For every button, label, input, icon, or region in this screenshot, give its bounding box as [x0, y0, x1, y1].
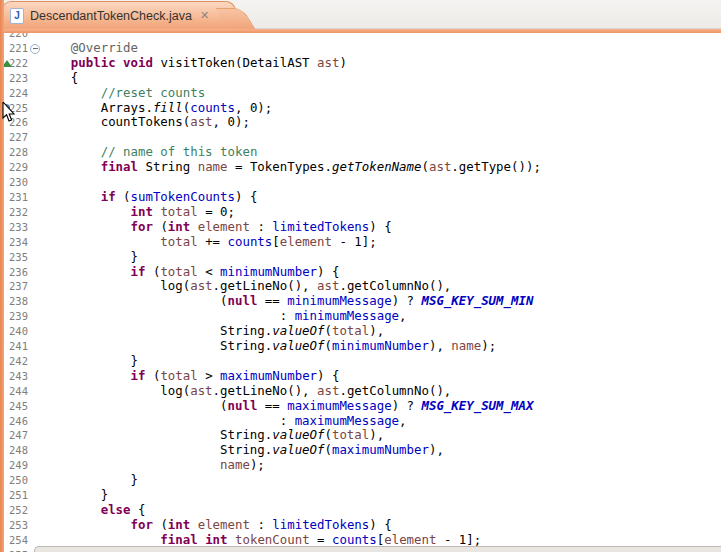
code-line: 240 String.valueOf(total),: [0, 324, 721, 339]
line-number[interactable]: 238: [0, 294, 28, 309]
line-number[interactable]: 251: [0, 488, 28, 503]
line-number[interactable]: 235: [0, 250, 28, 265]
fold-column: [28, 294, 41, 309]
code-line: 228 // name of this token: [0, 145, 721, 160]
horizontal-scrollbar[interactable]: [34, 546, 721, 552]
code-line: 224 //reset counts: [0, 86, 721, 101]
code-text: }: [41, 354, 138, 369]
active-tab-underline: [0, 29, 721, 33]
code-text: log(ast.getLineNo(), ast.getColumnNo(),: [41, 384, 451, 399]
line-number[interactable]: 236: [0, 265, 28, 280]
code-text: for (int element : limitedTokens) {: [41, 220, 392, 235]
fold-column: [28, 354, 41, 369]
code-line: 227: [0, 130, 721, 145]
line-number[interactable]: 246: [0, 414, 28, 429]
code-line: 225 Arrays.fill(counts, 0);: [0, 101, 721, 116]
line-number[interactable]: 242: [0, 354, 28, 369]
code-line: 230: [0, 175, 721, 190]
line-number[interactable]: 248: [0, 443, 28, 458]
code-text: (null == maximumMessage) ? MSG_KEY_SUM_M…: [41, 399, 533, 414]
code-text: }: [41, 488, 108, 503]
line-number[interactable]: 249: [0, 458, 28, 473]
tab-descendanttokencheck[interactable]: J DescendantTokenCheck.java ✕: [2, 1, 236, 29]
line-number[interactable]: 230: [0, 175, 28, 190]
fold-column: [28, 86, 41, 101]
line-number[interactable]: 223: [0, 71, 28, 86]
mouse-pointer-icon: [2, 102, 17, 123]
line-number[interactable]: 227: [0, 130, 28, 145]
line-number[interactable]: 233: [0, 220, 28, 235]
eclipse-editor-window: J DescendantTokenCheck.java ✕ 220221 @Ov…: [0, 0, 721, 552]
fold-column: [28, 488, 41, 503]
line-number[interactable]: 244: [0, 384, 28, 399]
fold-collapse-icon[interactable]: [30, 44, 40, 54]
code-text: String.valueOf(minimumNumber), name);: [41, 339, 496, 354]
code-text: {: [41, 71, 78, 86]
fold-column: [28, 339, 41, 354]
line-number[interactable]: 247: [0, 428, 28, 443]
fold-column: [28, 503, 41, 518]
line-number[interactable]: 241: [0, 339, 28, 354]
fold-column: [28, 369, 41, 384]
line-number[interactable]: 252: [0, 503, 28, 518]
fold-column: [28, 250, 41, 265]
fold-column: [28, 101, 41, 116]
code-line: 231 if (sumTokenCounts) {: [0, 190, 721, 205]
code-text: if (total < minimumNumber) {: [41, 265, 339, 280]
line-number[interactable]: 234: [0, 235, 28, 250]
tab-close-icon[interactable]: ✕: [200, 10, 209, 21]
fold-column: [28, 160, 41, 175]
line-number[interactable]: 253: [0, 518, 28, 533]
code-text: Arrays.fill(counts, 0);: [41, 101, 272, 116]
code-line: 246 : maximumMessage,: [0, 414, 721, 429]
code-line: 232 int total = 0;: [0, 205, 721, 220]
fold-column: [28, 458, 41, 473]
line-number[interactable]: 224: [0, 86, 28, 101]
code-line: 222 public void visitToken(DetailAST ast…: [0, 56, 721, 71]
line-number[interactable]: 250: [0, 473, 28, 488]
code-text: for (int element : limitedTokens) {: [41, 518, 392, 533]
fold-column: [28, 56, 41, 71]
line-number[interactable]: 239: [0, 309, 28, 324]
code-text: @Override: [41, 41, 138, 56]
code-line: 226 countTokens(ast, 0);: [0, 115, 721, 130]
code-text: name);: [41, 458, 265, 473]
code-line: 237 log(ast.getLineNo(), ast.getColumnNo…: [0, 279, 721, 294]
fold-column: [28, 190, 41, 205]
fold-column: [28, 384, 41, 399]
line-number[interactable]: 243: [0, 369, 28, 384]
code-text: if (total > maximumNumber) {: [41, 369, 339, 384]
line-number[interactable]: 254: [0, 533, 28, 548]
code-line: 239 : minimumMessage,: [0, 309, 721, 324]
line-number[interactable]: 237: [0, 279, 28, 294]
fold-column: [28, 518, 41, 533]
code-editor[interactable]: 220221 @Override222 public void visitTok…: [0, 33, 721, 552]
line-number[interactable]: 240: [0, 324, 28, 339]
code-line: 244 log(ast.getLineNo(), ast.getColumnNo…: [0, 384, 721, 399]
code-line: 234 total += counts[element - 1];: [0, 235, 721, 250]
fold-column: [28, 33, 41, 41]
line-number[interactable]: 220: [0, 33, 28, 41]
fold-column: [28, 145, 41, 160]
line-number[interactable]: 221: [0, 41, 28, 56]
code-line: 252 else {: [0, 503, 721, 518]
fold-column: [28, 41, 41, 56]
fold-column: [28, 220, 41, 235]
fold-column: [28, 265, 41, 280]
fold-column: [28, 399, 41, 414]
line-number[interactable]: 228: [0, 145, 28, 160]
code-line: 241 String.valueOf(minimumNumber), name)…: [0, 339, 721, 354]
fold-column: [28, 205, 41, 220]
java-file-icon: J: [10, 8, 24, 24]
line-number[interactable]: 232: [0, 205, 28, 220]
fold-column: [28, 235, 41, 250]
code-text: total += counts[element - 1];: [41, 235, 377, 250]
line-number[interactable]: 255: [0, 548, 28, 552]
code-text: // name of this token: [41, 145, 257, 160]
code-line: 250 }: [0, 473, 721, 488]
line-number[interactable]: 229: [0, 160, 28, 175]
tab-title: DescendantTokenCheck.java: [30, 9, 192, 23]
line-number[interactable]: 245: [0, 399, 28, 414]
fold-column: [28, 428, 41, 443]
line-number[interactable]: 231: [0, 190, 28, 205]
